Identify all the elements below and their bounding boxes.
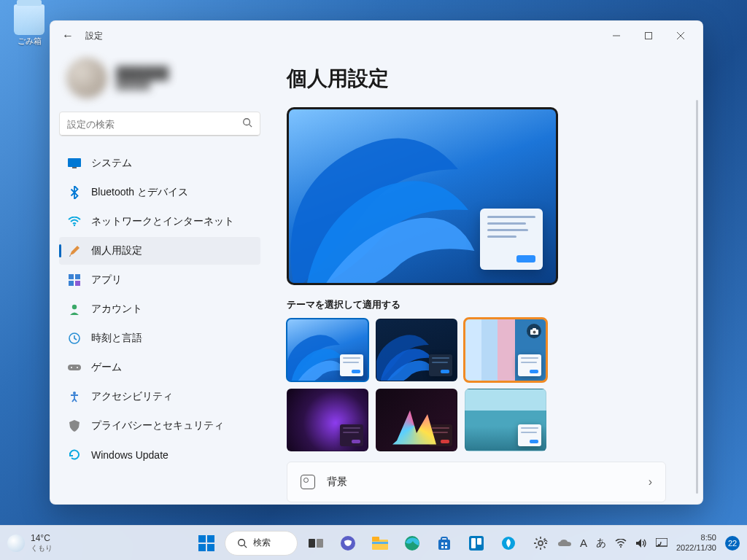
sidebar-item-network[interactable]: ネットワークとインターネット	[59, 208, 260, 236]
camera-icon	[527, 324, 541, 338]
wallpaper-swirl-icon	[287, 108, 493, 285]
sidebar-item-privacy[interactable]: プライバシーとセキュリティ	[59, 412, 260, 440]
system-tray: ⌃ A あ 8:50 2022/11/30 22	[542, 533, 740, 552]
sidebar-item-label: Bluetooth とデバイス	[91, 186, 188, 199]
taskbar-app-2[interactable]	[495, 529, 522, 557]
maximize-button[interactable]	[632, 24, 665, 47]
tray-ime-mode-icon[interactable]: あ	[596, 537, 606, 550]
notification-badge[interactable]: 22	[725, 536, 740, 551]
search-icon	[237, 538, 247, 548]
svg-point-8	[74, 225, 75, 226]
svg-point-17	[77, 367, 78, 368]
search-box[interactable]	[59, 112, 260, 136]
tray-cast-icon[interactable]	[656, 538, 667, 548]
user-profile[interactable]: ██████ ██████	[59, 50, 260, 112]
taskbar-app-explorer[interactable]	[366, 529, 394, 557]
nav: システム Bluetooth とデバイス ネットワークとインターネット 個人用設…	[59, 149, 260, 469]
svg-rect-37	[441, 542, 444, 545]
sidebar-item-system[interactable]: システム	[59, 149, 260, 177]
svg-rect-38	[445, 542, 447, 545]
sidebar-item-accounts[interactable]: アカウント	[59, 295, 260, 323]
user-name: ██████	[116, 66, 169, 81]
clock-time: 8:50	[676, 533, 716, 542]
theme-option-5[interactable]	[376, 389, 457, 451]
sidebar-item-label: 個人用設定	[91, 244, 142, 257]
clock-date: 2022/11/30	[676, 543, 716, 553]
weather-icon	[7, 534, 25, 552]
svg-line-5	[249, 125, 252, 128]
minimize-button[interactable]	[600, 24, 632, 47]
sidebar-item-gaming[interactable]: ゲーム	[59, 354, 260, 381]
svg-rect-10	[75, 274, 80, 279]
close-button[interactable]	[665, 24, 697, 47]
tray-volume-icon[interactable]	[635, 538, 647, 548]
taskbar-app-settings[interactable]	[527, 529, 554, 557]
theme-option-6[interactable]	[465, 389, 546, 451]
svg-point-13	[72, 305, 77, 309]
search-icon	[242, 117, 252, 131]
sidebar-item-bluetooth[interactable]: Bluetooth とデバイス	[59, 179, 260, 206]
desktop-recycle-bin[interactable]: ごみ箱	[7, 4, 51, 47]
theme-option-2[interactable]	[376, 319, 457, 381]
svg-point-16	[71, 367, 72, 368]
svg-rect-36	[441, 537, 447, 541]
apps-icon	[68, 273, 81, 287]
task-view-button[interactable]	[302, 529, 330, 557]
taskbar-app-1[interactable]	[462, 529, 490, 557]
update-icon	[68, 448, 81, 462]
recycle-bin-label: ごみ箱	[7, 36, 51, 47]
sidebar-item-accessibility[interactable]: アクセシビリティ	[59, 383, 260, 411]
background-row[interactable]: 背景 ›	[287, 462, 666, 502]
taskbar-clock[interactable]: 8:50 2022/11/30	[676, 533, 716, 552]
scrollbar[interactable]	[696, 100, 698, 494]
taskbar-app-store[interactable]	[430, 529, 458, 557]
start-button[interactable]	[193, 529, 220, 557]
page-title: 個人用設定	[287, 65, 673, 93]
theme-option-1[interactable]	[287, 319, 368, 381]
svg-rect-29	[317, 539, 323, 548]
svg-line-27	[244, 545, 247, 548]
theme-grid	[287, 319, 546, 451]
taskbar: 14°C くもり 検索 ⌃ A あ 8:50 2022/11/30 22	[0, 525, 747, 560]
brush-icon	[68, 244, 81, 257]
tray-ime-a-icon[interactable]: A	[580, 537, 587, 549]
sidebar-item-time[interactable]: 時刻と言語	[59, 324, 260, 352]
svg-rect-42	[471, 538, 476, 548]
sidebar-item-personalization[interactable]: 個人用設定	[59, 237, 260, 265]
avatar	[66, 58, 107, 98]
sidebar-item-label: アカウント	[91, 303, 142, 316]
taskbar-center: 検索	[193, 529, 554, 557]
svg-point-46	[620, 546, 622, 548]
weather-widget[interactable]: 14°C くもり	[7, 533, 53, 553]
sidebar-item-label: ネットワークとインターネット	[91, 215, 234, 228]
settings-window: ← 設定 ██████ ██████ システム Bluet	[50, 20, 703, 505]
sidebar-item-label: 時刻と言語	[91, 332, 142, 345]
preview-window-mock	[480, 209, 543, 270]
theme-preview	[287, 107, 558, 285]
tray-wifi-icon[interactable]	[615, 539, 627, 548]
svg-rect-28	[309, 539, 315, 548]
sidebar-item-label: アクセシビリティ	[91, 390, 173, 403]
background-label: 背景	[327, 475, 347, 489]
svg-rect-11	[69, 281, 74, 286]
account-icon	[68, 303, 81, 316]
taskbar-app-edge[interactable]	[398, 529, 426, 557]
theme-option-4[interactable]	[287, 389, 368, 451]
sidebar-item-label: システム	[91, 157, 132, 170]
tray-onedrive-icon[interactable]	[558, 539, 571, 548]
sidebar-item-apps[interactable]: アプリ	[59, 266, 260, 294]
search-input[interactable]	[67, 119, 242, 130]
taskbar-app-chat[interactable]	[334, 529, 362, 557]
gamepad-icon	[68, 361, 81, 374]
bluetooth-icon	[68, 186, 81, 199]
taskbar-search[interactable]: 検索	[225, 531, 298, 556]
taskbar-search-label: 検索	[253, 537, 271, 549]
sidebar-item-update[interactable]: Windows Update	[59, 441, 260, 469]
back-button[interactable]: ←	[56, 24, 80, 47]
theme-option-3[interactable]	[465, 319, 546, 381]
svg-point-21	[533, 330, 535, 333]
shield-icon	[68, 419, 81, 432]
svg-rect-25	[207, 544, 214, 551]
svg-point-45	[538, 541, 543, 545]
accessibility-icon	[68, 390, 81, 403]
